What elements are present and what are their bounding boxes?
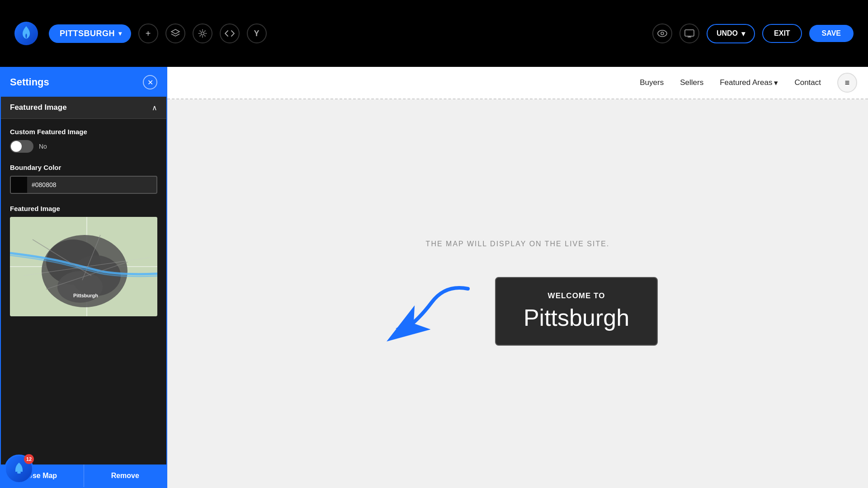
boundary-color-label: Boundary Color	[10, 164, 157, 171]
svg-marker-0	[171, 29, 179, 34]
color-value-input[interactable]	[27, 178, 156, 192]
nav-featured-areas[interactable]: Featured Areas ▾	[720, 78, 778, 88]
city-dropdown[interactable]: PITTSBURGH ▾	[49, 24, 131, 43]
undo-button[interactable]: UNDO ▾	[707, 24, 755, 43]
svg-point-2	[658, 30, 667, 37]
welcome-box: WELCOME TO Pittsburgh	[495, 277, 658, 346]
nav-featured-areas-label: Featured Areas	[720, 78, 772, 87]
boundary-color-field: Boundary Color	[10, 164, 157, 194]
content-area: Buyers Sellers Featured Areas ▾ Contact …	[167, 67, 868, 488]
exit-button[interactable]: EXIT	[762, 24, 802, 43]
arrow-svg	[377, 275, 477, 347]
color-input-row	[10, 176, 157, 194]
city-dropdown-label: PITTSBURGH	[60, 29, 115, 38]
monitor-icon	[684, 29, 694, 38]
map-notice-text: THE MAP WILL DISPLAY ON THE LIVE SITE.	[426, 240, 610, 248]
toggle-no-label: No	[39, 143, 47, 150]
svg-point-1	[201, 32, 204, 35]
svg-point-3	[661, 32, 664, 35]
section-title: Featured Image	[10, 103, 67, 112]
add-button[interactable]: +	[138, 23, 158, 43]
featured-image-field: Featured Image	[10, 205, 157, 316]
toolbar: PITTSBURGH ▾ + Y	[0, 0, 868, 67]
layers-button[interactable]	[165, 23, 185, 43]
gear-icon	[198, 28, 208, 38]
nav-sellers[interactable]: Sellers	[680, 78, 703, 87]
use-map-label: Use Map	[27, 472, 57, 479]
featured-areas-chevron-icon: ▾	[774, 78, 778, 88]
hamburger-icon: ≡	[845, 78, 850, 88]
svg-rect-4	[685, 30, 694, 36]
settings-panel: Settings ✕ Featured Image ∧ Custom Featu…	[0, 67, 167, 488]
arrow-container	[377, 275, 477, 347]
add-icon: +	[146, 28, 151, 39]
layers-icon	[170, 28, 180, 38]
custom-image-toggle[interactable]	[10, 140, 33, 153]
svg-text:Pittsburgh: Pittsburgh	[73, 293, 98, 298]
use-map-button[interactable]: Use Map	[1, 465, 84, 487]
page-content: THE MAP WILL DISPLAY ON THE LIVE SITE.	[167, 99, 868, 488]
custom-featured-image-field: Custom Featured Image No	[10, 128, 157, 153]
hamburger-button[interactable]: ≡	[837, 73, 857, 93]
remove-button[interactable]: Remove	[84, 465, 167, 487]
settings-content: Custom Featured Image No Boundary Color	[1, 119, 166, 465]
save-button[interactable]: SAVE	[809, 25, 854, 42]
toolbar-right: UNDO ▾ EXIT SAVE	[652, 23, 854, 43]
code-icon	[225, 30, 235, 37]
nav-buyers[interactable]: Buyers	[640, 78, 664, 87]
nav-sellers-label: Sellers	[680, 78, 703, 87]
welcome-section: WELCOME TO Pittsburgh	[377, 275, 658, 347]
undo-chevron-icon: ▾	[741, 29, 745, 38]
preview-button[interactable]	[652, 23, 672, 43]
flame-icon	[20, 25, 33, 42]
settings-header: Settings ✕	[1, 68, 166, 97]
main-area: Settings ✕ Featured Image ∧ Custom Featu…	[0, 67, 868, 488]
remove-label: Remove	[111, 472, 139, 479]
yext-button[interactable]: Y	[247, 23, 267, 43]
map-preview-svg: Pittsburgh	[10, 217, 157, 316]
code-button[interactable]	[220, 23, 240, 43]
featured-image-label: Featured Image	[10, 205, 157, 212]
chevron-down-icon: ▾	[118, 30, 122, 37]
nav-contact[interactable]: Contact	[794, 78, 821, 87]
nav-contact-label: Contact	[794, 78, 821, 87]
color-swatch[interactable]	[11, 177, 27, 193]
device-preview-button[interactable]	[679, 23, 699, 43]
app-logo	[14, 22, 38, 45]
yext-icon: Y	[254, 29, 259, 38]
settings-button[interactable]	[193, 23, 212, 43]
undo-label: UNDO	[717, 29, 738, 38]
nav-buyers-label: Buyers	[640, 78, 664, 87]
eye-icon	[657, 30, 667, 37]
close-icon: ✕	[147, 78, 153, 87]
save-label: SAVE	[822, 29, 841, 37]
map-actions: Use Map Remove 12	[1, 465, 166, 487]
collapse-icon[interactable]: ∧	[152, 103, 157, 112]
toggle-knob	[11, 141, 22, 152]
toggle-row: No	[10, 140, 157, 153]
exit-label: EXIT	[774, 29, 790, 37]
settings-title: Settings	[10, 76, 49, 88]
map-thumbnail: Pittsburgh	[10, 217, 157, 316]
welcome-to-text: WELCOME TO	[523, 291, 630, 300]
close-settings-button[interactable]: ✕	[143, 75, 157, 89]
featured-image-section-header[interactable]: Featured Image ∧	[1, 97, 166, 119]
city-name-text: Pittsburgh	[523, 304, 630, 331]
site-nav: Buyers Sellers Featured Areas ▾ Contact …	[167, 67, 868, 99]
custom-featured-image-label: Custom Featured Image	[10, 128, 157, 136]
